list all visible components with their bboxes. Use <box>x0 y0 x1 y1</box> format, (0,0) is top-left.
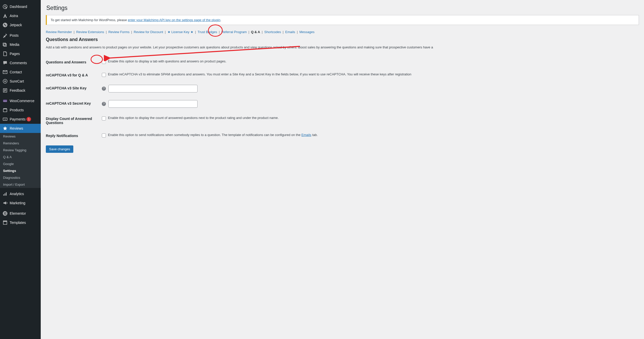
sidebar-item-label: Payments <box>10 117 25 121</box>
astra-icon <box>3 13 8 18</box>
tab-review-forms[interactable]: Review Forms <box>108 30 130 34</box>
sidebar-item-jetpack[interactable]: Jetpack <box>0 20 41 30</box>
sidebar-item-dashboard[interactable]: Dashboard <box>0 2 41 11</box>
reply-emails-link[interactable]: Emails <box>301 133 311 137</box>
sidebar-item-templates[interactable]: Templates <box>0 218 41 227</box>
secret-key-label: reCAPTCHA v3 Secret Key <box>46 100 102 105</box>
submenu-item-diagnostics[interactable]: Diagnostics <box>0 174 41 181</box>
sidebar-item-pages[interactable]: Pages <box>0 49 41 58</box>
tab-review-discount[interactable]: Review for Discount <box>134 30 163 34</box>
products-icon <box>3 107 8 113</box>
sidebar-item-label: Pages <box>10 52 20 56</box>
sidebar-item-label: Analytics <box>10 192 24 196</box>
display-count-checkbox[interactable] <box>102 116 106 120</box>
tab-license-key[interactable]: ★ License Key ★ <box>167 30 193 34</box>
recaptcha-enable-label: reCAPTCHA v3 for Q & A <box>46 72 102 77</box>
svg-text:woo: woo <box>3 100 7 102</box>
sidebar-item-label: Jetpack <box>10 23 22 27</box>
site-key-label: reCAPTCHA v3 Site Key <box>46 85 102 90</box>
sidebar-item-comments[interactable]: Comments <box>0 58 41 67</box>
save-button[interactable]: Save changes <box>46 145 73 153</box>
sidebar-item-media[interactable]: Media <box>0 40 41 49</box>
sidebar-item-payments[interactable]: $ Payments 1 <box>0 115 41 124</box>
dashboard-icon <box>3 4 8 9</box>
sidebar-item-label: Dashboard <box>10 5 27 9</box>
sidebar-item-feedback[interactable]: Feedback <box>0 86 41 95</box>
templates-icon <box>3 220 8 225</box>
media-icon <box>3 42 8 47</box>
sidebar-item-label: Templates <box>10 221 26 225</box>
tab-emails[interactable]: Emails <box>285 30 295 34</box>
submenu-item-settings[interactable]: Settings <box>0 167 41 174</box>
submenu-item-review-tagging[interactable]: Review Tagging <box>0 147 41 154</box>
sidebar-item-contact[interactable]: Contact <box>0 67 41 77</box>
mailchimp-notice: To get started with Mailchimp for WordPr… <box>46 15 639 25</box>
site-key-input[interactable] <box>108 85 198 92</box>
svg-rect-17 <box>5 212 6 213</box>
tab-review-extensions[interactable]: Review Extensions <box>76 30 104 34</box>
jetpack-icon <box>3 22 8 28</box>
feedback-icon <box>3 88 8 93</box>
analytics-icon <box>3 191 8 196</box>
tab-qa[interactable]: Q & A <box>251 30 260 34</box>
tab-messages[interactable]: Messages <box>299 30 314 34</box>
display-count-label: Display Count of Answered Questions <box>46 115 102 125</box>
display-count-desc: Enable this option to display the count … <box>108 115 279 120</box>
sidebar-item-woocommerce[interactable]: woo WooCommerce <box>0 96 41 105</box>
page-title: Settings <box>46 5 639 11</box>
sidebar-item-astra[interactable]: Astra <box>0 11 41 20</box>
svg-rect-16 <box>4 212 5 215</box>
sidebar-item-elementor[interactable]: Elementor <box>0 209 41 218</box>
recaptcha-enable-desc: Enable reCAPTCHA v3 to eliminate SPAM qu… <box>108 72 411 77</box>
reply-desc-prefix: Enable this option to send notifications… <box>108 133 301 137</box>
notice-link[interactable]: enter your Mailchimp API key on the sett… <box>128 18 220 22</box>
recaptcha-enable-checkbox[interactable] <box>102 73 106 77</box>
sidebar-item-marketing[interactable]: Marketing <box>0 198 41 208</box>
pin-icon <box>3 33 8 38</box>
qa-label: Questions and Answers <box>46 59 102 64</box>
svg-point-2 <box>5 43 6 44</box>
notice-text-prefix: To get started with Mailchimp for WordPr… <box>51 18 128 22</box>
sidebar-item-label: SureCart <box>10 79 24 83</box>
elementor-icon <box>3 211 8 216</box>
main-content: Settings To get started with Mailchimp f… <box>41 0 644 339</box>
submenu-item-import-export[interactable]: Import / Export <box>0 181 41 188</box>
comment-icon <box>3 60 8 65</box>
sidebar-item-label: Contact <box>10 70 22 74</box>
svg-rect-14 <box>6 192 7 196</box>
submenu-item-reviews[interactable]: Reviews <box>0 133 41 140</box>
notice-text-suffix: . <box>220 18 221 22</box>
tab-trust-badges[interactable]: Trust Badges <box>198 30 217 34</box>
submenu-reviews: Reviews Reminders Review Tagging Q & A G… <box>0 133 41 188</box>
svg-rect-9 <box>3 108 7 109</box>
secret-key-input[interactable] <box>108 100 198 108</box>
sidebar-item-reviews[interactable]: Reviews <box>0 124 41 133</box>
reply-desc-suffix: tab. <box>311 133 318 137</box>
sidebar-item-analytics[interactable]: Analytics <box>0 189 41 198</box>
qa-checkbox[interactable] <box>102 60 106 64</box>
submenu-item-qa[interactable]: Q & A <box>0 154 41 160</box>
help-icon[interactable]: ? <box>102 87 106 91</box>
tab-referral-program[interactable]: Referral Program <box>221 30 247 34</box>
sidebar-item-label: Reviews <box>10 126 23 130</box>
sidebar-item-surecart[interactable]: SureCart <box>0 77 41 86</box>
admin-sidebar: Dashboard Astra Jetpack Posts Media Page… <box>0 0 41 339</box>
svg-rect-18 <box>5 213 6 214</box>
surecart-icon <box>3 79 8 84</box>
svg-text:$: $ <box>5 118 6 120</box>
tab-shortcodes[interactable]: Shortcodes <box>264 30 281 34</box>
reply-checkbox[interactable] <box>102 133 106 138</box>
tab-review-reminder[interactable]: Review Reminder <box>46 30 72 34</box>
help-icon[interactable]: ? <box>102 102 106 106</box>
badge-count: 1 <box>26 117 31 121</box>
submenu-item-reminders[interactable]: Reminders <box>0 140 41 147</box>
pages-icon <box>3 51 8 56</box>
settings-tabs: Review Reminder | Review Extensions | Re… <box>46 30 639 34</box>
submenu-item-google[interactable]: Google <box>0 160 41 167</box>
sidebar-item-products[interactable]: Products <box>0 105 41 115</box>
star-icon <box>3 126 8 131</box>
mail-icon <box>3 70 8 75</box>
sidebar-item-posts[interactable]: Posts <box>0 31 41 40</box>
svg-point-1 <box>3 23 7 27</box>
sidebar-item-label: WooCommerce <box>10 99 34 103</box>
